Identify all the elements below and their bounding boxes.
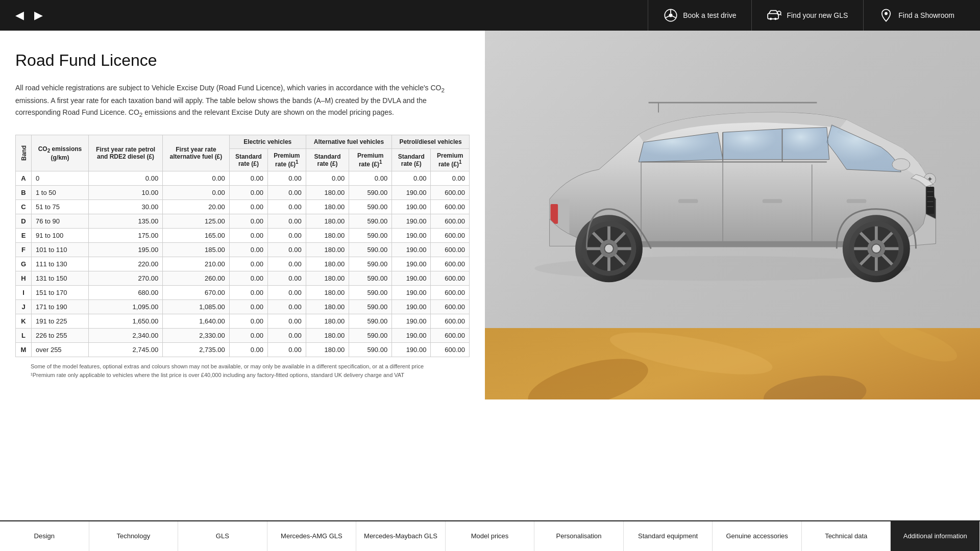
road-fund-table: Band CO2 emissions(g/km) First year rate…: [15, 135, 470, 357]
prev-button[interactable]: ◀: [10, 0, 29, 31]
co2-cell: over 255: [32, 343, 89, 357]
pd-prem-cell: 600.00: [431, 329, 470, 343]
ev-prem-cell: 0.00: [268, 286, 306, 300]
bottom-nav-item-gls[interactable]: GLS: [178, 521, 267, 551]
bottom-nav-item-model-prices[interactable]: Model prices: [446, 521, 535, 551]
afv-prem-cell: 590.00: [349, 343, 392, 357]
pd-std-cell: 190.00: [392, 200, 431, 214]
afv-std-cell: 180.00: [306, 271, 349, 286]
petrol-cell: 220.00: [88, 257, 162, 271]
svg-rect-52: [762, 199, 782, 203]
afv-prem-cell: 590.00: [349, 314, 392, 329]
ev-prem-cell: 0.00: [268, 271, 306, 286]
steering-wheel-icon: [664, 8, 678, 22]
pd-std-cell: 190.00: [392, 243, 431, 257]
afv-prem-cell: 590.00: [349, 300, 392, 314]
table-row: E 91 to 100 175.00 165.00 0.00 0.00 180.…: [16, 229, 470, 243]
co2-cell: 191 to 225: [32, 314, 89, 329]
petrol-cell: 195.00: [88, 243, 162, 257]
alt-cell: 260.00: [163, 271, 230, 286]
ev-prem-cell: 0.00: [268, 214, 306, 229]
pd-std-cell: 190.00: [392, 329, 431, 343]
table-row: M over 255 2,745.00 2,735.00 0.00 0.00 1…: [16, 343, 470, 357]
co2-cell: 51 to 75: [32, 200, 89, 214]
band-col-header: Band: [16, 135, 32, 171]
petrol-cell: 1,650.00: [88, 314, 162, 329]
electric-group-header: Electric vehicles: [229, 135, 306, 149]
band-cell: I: [16, 286, 32, 300]
table-row: I 151 to 170 680.00 670.00 0.00 0.00 180…: [16, 286, 470, 300]
band-cell: B: [16, 186, 32, 200]
afv-std-cell: 180.00: [306, 243, 349, 257]
book-test-drive-button[interactable]: Book a test drive: [648, 0, 751, 31]
car-search-icon: [767, 8, 781, 22]
co2-cell: 76 to 90: [32, 214, 89, 229]
pd-std-cell: 190.00: [392, 186, 431, 200]
alt-cell: 1,640.00: [163, 314, 230, 329]
find-new-gls-button[interactable]: Find your new GLS: [751, 0, 863, 31]
table-row: D 76 to 90 135.00 125.00 0.00 0.00 180.0…: [16, 214, 470, 229]
ev-prem-cell: 0.00: [268, 229, 306, 243]
ev-standard-header: Standardrate (£): [229, 149, 267, 171]
bottom-nav-item-personalisation[interactable]: Personalisation: [534, 521, 624, 551]
band-cell: M: [16, 343, 32, 357]
bottom-nav-item-additional-information[interactable]: Additional information: [891, 521, 980, 551]
afv-prem-cell: 590.00: [349, 200, 392, 214]
afv-std-cell: 180.00: [306, 257, 349, 271]
ev-std-cell: 0.00: [229, 314, 267, 329]
bottom-nav-item-genuine-accessories[interactable]: Genuine accessories: [713, 521, 802, 551]
bottom-nav-item-design[interactable]: Design: [0, 521, 89, 551]
alt-fuel-group-header: Alternative fuel vehicles: [306, 135, 391, 149]
pd-prem-cell: 600.00: [431, 343, 470, 357]
alt-cell: 20.00: [163, 200, 230, 214]
next-button[interactable]: ▶: [29, 0, 48, 31]
pd-std-cell: 190.00: [392, 257, 431, 271]
afv-std-cell: 180.00: [306, 186, 349, 200]
bottom-nav-item-mercedes-amg-gls[interactable]: Mercedes-AMG GLS: [267, 521, 357, 551]
bottom-decorative-area: [485, 328, 980, 399]
bottom-nav-item-mercedes-maybach-gls[interactable]: Mercedes-Maybach GLS: [356, 521, 446, 551]
pd-std-cell: 190.00: [392, 314, 431, 329]
footnotes: Some of the model features, optional ext…: [15, 357, 470, 389]
ev-prem-cell: 0.00: [268, 200, 306, 214]
alt-cell: 210.00: [163, 257, 230, 271]
afv-std-cell: 180.00: [306, 343, 349, 357]
bottom-nav-item-technical-data[interactable]: Technical data: [802, 521, 891, 551]
pd-std-cell: 190.00: [392, 229, 431, 243]
ev-std-cell: 0.00: [229, 343, 267, 357]
afv-prem-cell: 590.00: [349, 286, 392, 300]
petrol-cell: 135.00: [88, 214, 162, 229]
location-icon: [879, 8, 893, 22]
afv-prem-cell: 590.00: [349, 229, 392, 243]
co2-cell: 171 to 190: [32, 300, 89, 314]
table-row: H 131 to 150 270.00 260.00 0.00 0.00 180…: [16, 271, 470, 286]
pd-prem-cell: 600.00: [431, 214, 470, 229]
afv-prem-cell: 590.00: [349, 257, 392, 271]
pd-prem-cell: 600.00: [431, 257, 470, 271]
co2-cell: 151 to 170: [32, 286, 89, 300]
alt-cell: 670.00: [163, 286, 230, 300]
find-showroom-button[interactable]: Find a Showroom: [863, 0, 970, 31]
petrol-cell: 2,340.00: [88, 329, 162, 343]
footnote-2: ¹Premium rate only applicable to vehicle…: [31, 371, 454, 380]
co2-cell: 226 to 255: [32, 329, 89, 343]
bottom-nav-item-technology[interactable]: Technology: [89, 521, 179, 551]
afv-prem-cell: 590.00: [349, 243, 392, 257]
afv-std-cell: 180.00: [306, 329, 349, 343]
petrol-diesel-group-header: Petrol/diesel vehicles: [392, 135, 470, 149]
svg-line-9: [781, 14, 782, 15]
afv-premium-header: Premiumrate (£)1: [349, 149, 392, 171]
afv-std-cell: 180.00: [306, 286, 349, 300]
afv-prem-cell: 590.00: [349, 214, 392, 229]
svg-rect-51: [678, 199, 698, 203]
bottom-nav-item-standard-equipment[interactable]: Standard equipment: [624, 521, 713, 551]
ev-prem-cell: 0.00: [268, 343, 306, 357]
petrol-cell: 30.00: [88, 200, 162, 214]
alt-cell: 1,085.00: [163, 300, 230, 314]
band-cell: K: [16, 314, 32, 329]
co2-cell: 111 to 130: [32, 257, 89, 271]
afv-std-cell: 180.00: [306, 200, 349, 214]
find-new-gls-label: Find your new GLS: [787, 11, 848, 19]
ev-std-cell: 0.00: [229, 271, 267, 286]
svg-point-37: [872, 245, 880, 253]
